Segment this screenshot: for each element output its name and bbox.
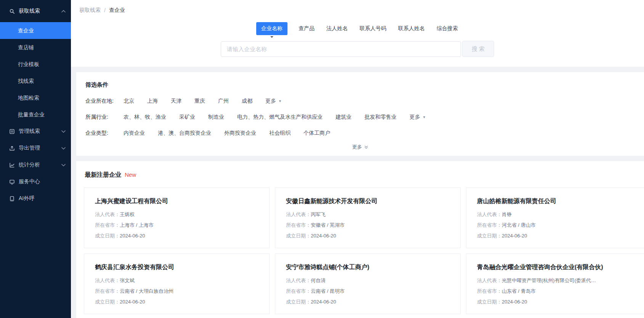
company-location: 所在省市：河北省 / 唐山市 [477,222,641,229]
sidebar-item-service-center[interactable]: 服务中心 [0,173,71,190]
filters-expand-more[interactable]: 更多 [85,144,635,150]
sidebar-item-industry-template[interactable]: 行业模板 [0,56,71,73]
newly-registered-companies-panel: 最新注册企业 New 上海兴蜜建设工程有限公司 法人代表：王炳权 所在省市：上海… [76,161,644,318]
company-name: 唐山皓榕新能源有限责任公司 [477,197,641,205]
field-label: 法人代表： [477,278,502,283]
tab-product[interactable]: 查产品 [298,22,315,35]
search-section: 获取线索 / 查企业 企业名称 查产品 法人姓名 联系人号码 联系人姓名 综合搜… [71,0,644,67]
field-value: 云南省 / 大理白族自治州 [120,288,173,294]
filter-option[interactable]: 内资企业 [124,130,145,137]
company-card[interactable]: 安徽日鑫新能源技术开发有限公司 法人代表：丙军飞 所在省市：安徽省 / 芜湖市 … [275,187,461,248]
tab-contact-name[interactable]: 联系人姓名 [397,22,426,35]
sidebar-item-label: 导出管理 [19,145,40,152]
field-label: 法人代表： [477,211,502,217]
field-label: 所在省市： [95,222,120,228]
company-card[interactable]: 上海兴蜜建设工程有限公司 法人代表：王炳权 所在省市：上海市 / 上海市 成立日… [84,187,270,248]
sidebar-item-ai-call[interactable]: AI外呼 [0,190,71,207]
field-value: 2024-06-20 [311,299,336,305]
search-icon [9,8,15,14]
company-location: 所在省市：云南省 / 大理白族自治州 [95,288,259,295]
company-location: 所在省市：山东省 / 青岛市 [477,288,641,295]
field-label: 所在省市： [477,288,502,294]
filter-option[interactable]: 制造业 [208,114,224,121]
sidebar-item-get-leads[interactable]: 获取线索 [0,0,71,22]
tab-contact-phone[interactable]: 联系人号码 [359,22,387,35]
filter-option[interactable]: 批发和零售业 [365,114,397,121]
sidebar-item-search-company[interactable]: 查企业 [0,22,71,39]
filter-option[interactable]: 天津 [171,98,181,105]
filter-option[interactable]: 北京 [124,98,134,105]
company-card[interactable]: 唐山皓榕新能源有限责任公司 法人代表：肖铮 所在省市：河北省 / 唐山市 成立日… [466,187,644,248]
filter-option[interactable]: 外商投资企业 [224,130,256,137]
field-value: 肖铮 [502,211,512,217]
new-badge: New [125,171,136,178]
filter-option[interactable]: 社会组织 [269,130,291,137]
filter-option[interactable]: 采矿业 [179,114,195,121]
field-value: 2024-06-20 [311,233,336,239]
field-value: 何自清 [311,278,326,283]
chevrons-down-icon [364,145,368,149]
field-label: 法人代表： [95,278,120,283]
company-card-grid: 上海兴蜜建设工程有限公司 法人代表：王炳权 所在省市：上海市 / 上海市 成立日… [84,187,636,314]
breadcrumb-current: 查企业 [109,7,125,14]
field-value: 2024-06-20 [502,299,527,305]
company-card[interactable]: 青岛融合光曜企业管理咨询合伙企业(有限合伙) 法人代表：光慧中曜资产管理(杭州)… [466,253,644,314]
search-tabs: 企业名称 查产品 法人姓名 联系人号码 联系人姓名 综合搜索 [71,22,644,35]
company-reg-date: 成立日期：2024-06-20 [95,299,259,305]
tab-company-name[interactable]: 企业名称 [256,22,287,35]
sidebar-item-label: 统计分析 [19,161,40,168]
tab-legal-person-name[interactable]: 法人姓名 [326,22,348,35]
tab-composite-search[interactable]: 综合搜索 [436,22,459,35]
field-label: 所在省市： [286,222,311,228]
search-bar: 搜 索 [71,41,644,57]
field-label: 成立日期： [95,233,120,239]
filter-option[interactable]: 广州 [218,98,229,105]
main-content: 获取线索 / 查企业 企业名称 查产品 法人姓名 联系人号码 联系人姓名 综合搜… [71,0,644,318]
company-card[interactable]: 鹤庆县汇泉水务投资有限公司 法人代表：张文斌 所在省市：云南省 / 大理白族自治… [84,253,270,314]
filter-option[interactable]: 建筑业 [336,114,352,121]
filter-option[interactable]: 个体工商户 [304,130,330,137]
filter-option[interactable]: 电力、热力、燃气及水生产和供应业 [237,114,323,121]
field-value: 丙军飞 [311,211,326,217]
sidebar-item-export-management[interactable]: 导出管理 [0,140,71,157]
field-label: 成立日期： [95,299,120,305]
filter-option[interactable]: 上海 [147,98,158,105]
breadcrumb-parent[interactable]: 获取线索 [79,7,101,14]
company-card[interactable]: 安宁市雅诗糕点铺(个体工商户) 法人代表：何自清 所在省市：云南省 / 昆明市 … [275,253,461,314]
companies-title: 最新注册企业 [85,171,121,179]
company-legal-rep: 法人代表：张文斌 [95,277,259,284]
sidebar-item-statistics[interactable]: 统计分析 [0,157,71,173]
field-label: 所在省市： [286,288,311,294]
filter-panel: 筛选条件 企业所在地: 北京 上海 天津 重庆 广州 成都 更多 ▼ 所属行业:… [76,72,644,156]
filter-more-industry[interactable]: 更多 ▼ [410,114,426,121]
clipboard-icon [9,128,15,134]
sidebar: 获取线索 查企业 查店铺 行业模板 找线索 地图检索 批量查企业 管理线索 [0,0,71,318]
field-label: 成立日期： [477,299,502,305]
field-label: 成立日期： [477,233,502,239]
filter-option[interactable]: 港、澳、台商投资企业 [158,130,211,137]
sidebar-item-batch-search-company[interactable]: 批量查企业 [0,106,71,123]
company-name: 上海兴蜜建设工程有限公司 [95,197,259,205]
filter-option[interactable]: 重庆 [194,98,205,105]
sidebar-item-manage-leads[interactable]: 管理线索 [0,123,71,140]
filter-option[interactable]: 农、林、牧、渔业 [124,114,166,121]
sidebar-item-map-search[interactable]: 地图检索 [0,89,71,106]
sidebar-item-find-leads[interactable]: 找线索 [0,73,71,89]
filter-option[interactable]: 成都 [242,98,252,105]
sidebar-item-label: 获取线索 [19,8,40,15]
caret-down-icon: ▼ [422,115,426,119]
field-label: 成立日期： [286,299,311,305]
company-reg-date: 成立日期：2024-06-20 [286,299,450,305]
field-label: 所在省市： [95,288,120,294]
company-legal-rep: 法人代表：何自清 [286,277,450,284]
filter-label-company-type: 企业类型: [85,130,124,137]
sidebar-subnav: 查企业 查店铺 行业模板 找线索 地图检索 批量查企业 [0,22,71,123]
company-location: 所在省市：云南省 / 昆明市 [286,288,450,295]
filter-more-location[interactable]: 更多 ▼ [265,98,282,105]
search-input[interactable] [221,41,461,57]
field-value: 山东省 / 青岛市 [502,288,536,294]
filter-label-industry: 所属行业: [85,114,124,121]
sidebar-item-search-shop[interactable]: 查店铺 [0,39,71,56]
search-button[interactable]: 搜 索 [462,41,494,57]
field-value: 河北省 / 唐山市 [502,222,536,228]
